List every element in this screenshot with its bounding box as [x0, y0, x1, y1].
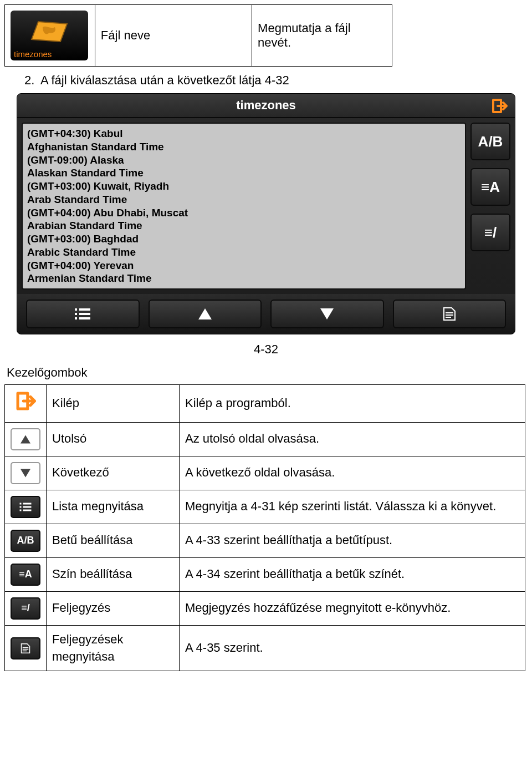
tz-line: (GMT+03:00) Kuwait, Riyadh: [27, 180, 461, 193]
table-row: Lista megnyitása Megnyitja a 4-31 kép sz…: [5, 490, 525, 524]
file-name-label: Fájl neve: [95, 5, 252, 67]
next-button[interactable]: [270, 300, 384, 328]
timezones-app-icon: timezones: [11, 11, 88, 60]
icon-cell: A/B: [5, 524, 47, 557]
tz-line: (GMT+03:00) Baghdad: [27, 232, 461, 246]
svg-rect-5: [79, 317, 90, 319]
svg-rect-7: [446, 314, 453, 316]
button-name: Kilép: [47, 385, 180, 423]
font-ab-button[interactable]: A/B: [470, 123, 510, 160]
button-name: Feljegyzés: [47, 591, 180, 625]
table-row: Kilép Kilép a programból.: [5, 385, 525, 423]
svg-rect-11: [20, 506, 22, 508]
icon-cell: ≡/: [5, 591, 47, 625]
table-row: Következő A következő oldal olvasása.: [5, 456, 525, 490]
button-name: Utolsó: [47, 422, 180, 456]
intro-number: 2.: [24, 73, 38, 88]
list-icon: [75, 307, 90, 321]
button-desc: Az utolsó oldal olvasása.: [180, 422, 525, 456]
svg-rect-17: [23, 650, 27, 651]
table-row: ≡/ Feljegyzés Megjegyzés hozzáfűzése meg…: [5, 591, 525, 625]
font-ab-icon: A/B: [11, 530, 40, 552]
triangle-up-icon: [197, 307, 213, 321]
button-name: Betű beállítása: [47, 524, 180, 557]
prev-button[interactable]: [149, 300, 262, 328]
table-row: A/B Betű beállítása A 4-33 szerint beáll…: [5, 524, 525, 557]
intro-line: 2. A fájl kiválasztása után a következőt…: [24, 73, 528, 88]
button-desc: A 4-33 szerint beállíthatja a betűtípust…: [180, 524, 525, 557]
svg-rect-16: [23, 648, 29, 650]
svg-rect-8: [446, 317, 451, 318]
exit-icon: [491, 98, 508, 114]
screenshot-header: timezones: [17, 94, 515, 118]
tz-line: Arabic Standard Time: [27, 246, 461, 259]
svg-rect-12: [23, 506, 32, 508]
svg-rect-0: [75, 308, 77, 311]
button-desc: A következő oldal olvasása.: [180, 456, 525, 490]
top-definition-row: timezones Fájl neve Megmutatja a fájl ne…: [4, 4, 392, 67]
color-ea-icon: ≡A: [11, 564, 40, 586]
svg-rect-6: [446, 312, 453, 313]
icon-cell: [5, 422, 47, 456]
svg-rect-13: [20, 509, 22, 511]
table-row: Utolsó Az utolsó oldal olvasása.: [5, 422, 525, 456]
tz-line: (GMT-09:00) Alaska: [27, 154, 461, 167]
timezone-list: (GMT+04:30) Kabul Afghanistan Standard T…: [22, 123, 466, 290]
svg-rect-10: [23, 503, 32, 504]
note-ep-button[interactable]: ≡/: [470, 214, 510, 251]
button-name: Lista megnyitása: [47, 490, 180, 524]
tz-line: (GMT+04:00) Abu Dhabi, Muscat: [27, 206, 461, 220]
icon-cell: [5, 490, 47, 524]
notes-button[interactable]: [393, 300, 507, 328]
tz-line: Alaskan Standard Time: [27, 166, 461, 180]
page-icon: [443, 307, 456, 321]
icon-cell: [5, 625, 47, 671]
button-desc: Megnyitja a 4-31 kép szerinti listát. Vá…: [180, 490, 525, 524]
page-icon: [11, 637, 40, 659]
triangle-up-icon: [11, 428, 40, 450]
svg-rect-14: [23, 509, 32, 511]
icon-cell: [5, 385, 47, 423]
button-name: Feljegyzések megnyitása: [47, 625, 180, 671]
controls-heading: Kezelőgombok: [7, 366, 528, 380]
icon-cell: [5, 456, 47, 490]
tz-line: (GMT+04:00) Yerevan: [27, 259, 461, 272]
exit-button[interactable]: [488, 96, 510, 116]
icon-caption: timezones: [11, 48, 88, 60]
tz-line: Armenian Standard Time: [27, 272, 461, 285]
icon-cell: timezones: [5, 5, 95, 67]
note-ep-icon: ≡/: [11, 597, 40, 620]
svg-rect-2: [75, 313, 77, 315]
button-desc: A 4-35 szerint.: [180, 625, 525, 671]
controls-table: Kilép Kilép a programból. Utolsó Az utol…: [4, 384, 525, 671]
button-name: Szín beállítása: [47, 557, 180, 591]
tz-line: Arab Standard Time: [27, 193, 461, 206]
button-name: Következő: [47, 456, 180, 490]
exit-icon: [15, 390, 36, 412]
tz-line: Afghanistan Standard Time: [27, 140, 461, 154]
map-scroll-icon: [27, 17, 71, 45]
table-row: Feljegyzések megnyitása A 4-35 szerint.: [5, 625, 525, 671]
icon-cell: ≡A: [5, 557, 47, 591]
svg-rect-9: [20, 503, 22, 504]
svg-rect-4: [75, 317, 77, 319]
button-desc: Megjegyzés hozzáfűzése megnyitott e-köny…: [180, 591, 525, 625]
intro-text: A fájl kiválasztása után a következőt lá…: [40, 73, 289, 87]
table-row: ≡A Szín beállítása A 4-34 szerint beállí…: [5, 557, 525, 591]
list-button[interactable]: [26, 300, 140, 328]
screenshot-title: timezones: [236, 98, 296, 113]
list-icon: [11, 496, 40, 518]
button-desc: A 4-34 szerint beállíthatja a betűk szín…: [180, 557, 525, 591]
triangle-down-icon: [11, 462, 40, 484]
button-desc: Kilép a programból.: [180, 385, 525, 423]
triangle-down-icon: [319, 307, 335, 321]
file-name-desc: Megmutatja a fájl nevét.: [252, 5, 392, 67]
figure-label: 4-32: [4, 342, 528, 357]
device-screenshot: timezones (GMT+04:30) Kabul Afghanistan …: [17, 93, 515, 334]
color-ea-button[interactable]: ≡A: [470, 168, 510, 206]
tz-line: (GMT+04:30) Kabul: [27, 127, 461, 140]
svg-rect-15: [23, 647, 29, 648]
tz-line: Arabian Standard Time: [27, 219, 461, 232]
svg-rect-3: [79, 313, 90, 315]
svg-rect-1: [79, 308, 90, 311]
